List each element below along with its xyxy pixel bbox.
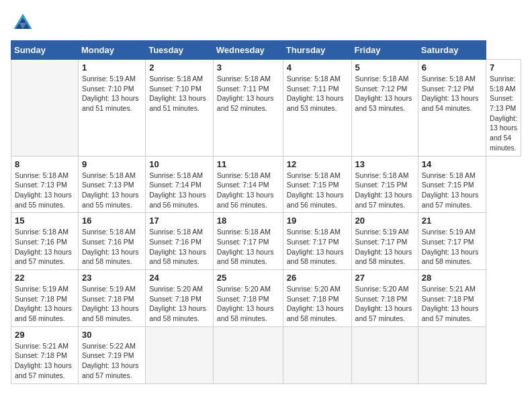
calendar-cell: 17Sunrise: 5:18 AMSunset: 7:16 PMDayligh… <box>146 213 214 270</box>
day-info: Sunrise: 5:19 AMSunset: 7:10 PMDaylight:… <box>82 74 142 113</box>
day-of-week-header: Monday <box>78 41 145 60</box>
day-number: 29 <box>15 330 75 340</box>
calendar-cell <box>351 326 418 383</box>
day-info: Sunrise: 5:22 AMSunset: 7:19 PMDaylight:… <box>82 341 142 381</box>
day-info: Sunrise: 5:20 AMSunset: 7:18 PMDaylight:… <box>149 284 210 324</box>
calendar-cell: 19Sunrise: 5:18 AMSunset: 7:17 PMDayligh… <box>283 213 351 270</box>
page-header <box>11 11 521 35</box>
day-number: 12 <box>287 159 348 169</box>
day-info: Sunrise: 5:19 AMSunset: 7:17 PMDaylight:… <box>422 227 482 267</box>
calendar-cell: 23Sunrise: 5:19 AMSunset: 7:18 PMDayligh… <box>78 270 145 327</box>
day-number: 26 <box>287 273 348 283</box>
day-info: Sunrise: 5:18 AMSunset: 7:15 PMDaylight:… <box>422 171 482 210</box>
day-info: Sunrise: 5:18 AMSunset: 7:16 PMDaylight:… <box>82 227 142 267</box>
calendar-cell: 25Sunrise: 5:20 AMSunset: 7:18 PMDayligh… <box>213 270 283 327</box>
day-number: 18 <box>217 216 279 226</box>
day-number: 23 <box>82 273 142 283</box>
day-number: 4 <box>287 62 348 73</box>
day-number: 10 <box>149 159 210 169</box>
calendar-cell: 14Sunrise: 5:18 AMSunset: 7:15 PMDayligh… <box>418 156 486 213</box>
calendar-cell: 27Sunrise: 5:20 AMSunset: 7:18 PMDayligh… <box>351 270 418 327</box>
calendar-cell: 1Sunrise: 5:19 AMSunset: 7:10 PMDaylight… <box>78 60 145 156</box>
day-number: 14 <box>422 159 482 169</box>
day-info: Sunrise: 5:19 AMSunset: 7:18 PMDaylight:… <box>15 284 75 324</box>
day-info: Sunrise: 5:18 AMSunset: 7:14 PMDaylight:… <box>149 171 210 210</box>
calendar-cell <box>11 60 79 156</box>
day-of-week-header: Tuesday <box>146 41 214 60</box>
day-number: 20 <box>355 216 414 226</box>
day-info: Sunrise: 5:20 AMSunset: 7:18 PMDaylight:… <box>355 284 414 324</box>
calendar-cell <box>418 326 486 383</box>
day-info: Sunrise: 5:18 AMSunset: 7:13 PMDaylight:… <box>82 171 142 210</box>
day-number: 9 <box>82 159 142 169</box>
day-of-week-header: Friday <box>351 41 418 60</box>
day-info: Sunrise: 5:18 AMSunset: 7:12 PMDaylight:… <box>355 74 414 113</box>
day-info: Sunrise: 5:18 AMSunset: 7:17 PMDaylight:… <box>287 227 348 267</box>
day-number: 30 <box>82 330 142 340</box>
calendar-table: SundayMondayTuesdayWednesdayThursdayFrid… <box>11 40 521 384</box>
day-info: Sunrise: 5:20 AMSunset: 7:18 PMDaylight:… <box>287 284 348 324</box>
calendar-cell: 11Sunrise: 5:18 AMSunset: 7:14 PMDayligh… <box>213 156 283 213</box>
day-info: Sunrise: 5:18 AMSunset: 7:13 PMDaylight:… <box>490 74 517 153</box>
day-number: 22 <box>15 273 75 283</box>
calendar-cell: 30Sunrise: 5:22 AMSunset: 7:19 PMDayligh… <box>78 326 145 383</box>
calendar-cell: 4Sunrise: 5:18 AMSunset: 7:11 PMDaylight… <box>283 60 351 156</box>
day-number: 1 <box>82 62 142 73</box>
calendar-week-row: 15Sunrise: 5:18 AMSunset: 7:16 PMDayligh… <box>11 213 521 270</box>
calendar-cell: 3Sunrise: 5:18 AMSunset: 7:11 PMDaylight… <box>213 60 283 156</box>
day-number: 15 <box>15 216 75 226</box>
day-number: 8 <box>15 159 75 169</box>
day-number: 24 <box>149 273 210 283</box>
calendar-header: SundayMondayTuesdayWednesdayThursdayFrid… <box>11 41 521 60</box>
calendar-week-row: 29Sunrise: 5:21 AMSunset: 7:18 PMDayligh… <box>11 326 521 383</box>
day-info: Sunrise: 5:18 AMSunset: 7:15 PMDaylight:… <box>355 171 414 210</box>
day-number: 5 <box>355 62 414 73</box>
calendar-cell: 8Sunrise: 5:18 AMSunset: 7:13 PMDaylight… <box>11 156 79 213</box>
day-info: Sunrise: 5:20 AMSunset: 7:18 PMDaylight:… <box>217 284 279 324</box>
calendar-cell: 21Sunrise: 5:19 AMSunset: 7:17 PMDayligh… <box>418 213 486 270</box>
day-info: Sunrise: 5:18 AMSunset: 7:10 PMDaylight:… <box>149 74 210 113</box>
calendar-cell: 18Sunrise: 5:18 AMSunset: 7:17 PMDayligh… <box>213 213 283 270</box>
calendar-cell: 6Sunrise: 5:18 AMSunset: 7:12 PMDaylight… <box>418 60 486 156</box>
day-number: 7 <box>490 62 517 73</box>
day-info: Sunrise: 5:19 AMSunset: 7:18 PMDaylight:… <box>82 284 142 324</box>
day-info: Sunrise: 5:18 AMSunset: 7:13 PMDaylight:… <box>15 171 75 210</box>
day-number: 11 <box>217 159 279 169</box>
calendar-week-row: 1Sunrise: 5:19 AMSunset: 7:10 PMDaylight… <box>11 60 521 156</box>
calendar-cell: 2Sunrise: 5:18 AMSunset: 7:10 PMDaylight… <box>146 60 214 156</box>
day-info: Sunrise: 5:21 AMSunset: 7:18 PMDaylight:… <box>15 341 75 381</box>
calendar-cell <box>146 326 214 383</box>
day-info: Sunrise: 5:18 AMSunset: 7:11 PMDaylight:… <box>217 74 279 113</box>
calendar-cell: 5Sunrise: 5:18 AMSunset: 7:12 PMDaylight… <box>351 60 418 156</box>
logo-icon <box>11 11 35 35</box>
calendar-cell <box>283 326 351 383</box>
day-info: Sunrise: 5:18 AMSunset: 7:15 PMDaylight:… <box>287 171 348 210</box>
day-number: 25 <box>217 273 279 283</box>
logo <box>11 11 39 35</box>
calendar-cell: 22Sunrise: 5:19 AMSunset: 7:18 PMDayligh… <box>11 270 79 327</box>
day-info: Sunrise: 5:19 AMSunset: 7:17 PMDaylight:… <box>355 227 414 267</box>
day-of-week-header: Thursday <box>283 41 351 60</box>
calendar-cell: 20Sunrise: 5:19 AMSunset: 7:17 PMDayligh… <box>351 213 418 270</box>
day-number: 6 <box>422 62 482 73</box>
day-number: 27 <box>355 273 414 283</box>
day-of-week-header: Saturday <box>418 41 486 60</box>
day-info: Sunrise: 5:18 AMSunset: 7:17 PMDaylight:… <box>217 227 279 267</box>
day-number: 13 <box>355 159 414 169</box>
day-info: Sunrise: 5:18 AMSunset: 7:16 PMDaylight:… <box>149 227 210 267</box>
calendar-week-row: 8Sunrise: 5:18 AMSunset: 7:13 PMDaylight… <box>11 156 521 213</box>
calendar-cell <box>213 326 283 383</box>
day-number: 2 <box>149 62 210 73</box>
calendar-cell: 13Sunrise: 5:18 AMSunset: 7:15 PMDayligh… <box>351 156 418 213</box>
day-number: 17 <box>149 216 210 226</box>
calendar-cell: 29Sunrise: 5:21 AMSunset: 7:18 PMDayligh… <box>11 326 79 383</box>
day-number: 3 <box>217 62 279 73</box>
day-of-week-header: Wednesday <box>213 41 283 60</box>
calendar-cell: 10Sunrise: 5:18 AMSunset: 7:14 PMDayligh… <box>146 156 214 213</box>
day-number: 19 <box>287 216 348 226</box>
calendar-week-row: 22Sunrise: 5:19 AMSunset: 7:18 PMDayligh… <box>11 270 521 327</box>
day-info: Sunrise: 5:21 AMSunset: 7:18 PMDaylight:… <box>422 284 482 324</box>
day-of-week-header: Sunday <box>11 41 79 60</box>
calendar-cell: 24Sunrise: 5:20 AMSunset: 7:18 PMDayligh… <box>146 270 214 327</box>
day-info: Sunrise: 5:18 AMSunset: 7:14 PMDaylight:… <box>217 171 279 210</box>
